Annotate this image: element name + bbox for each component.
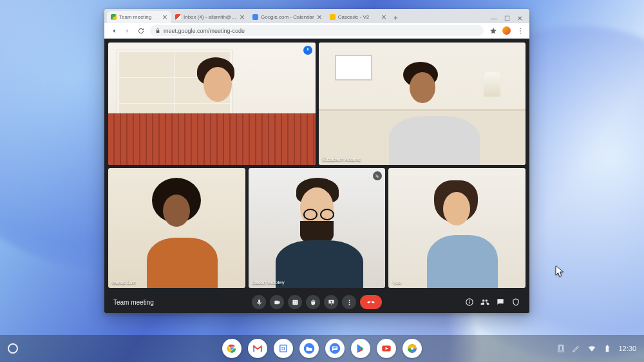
tab-label: Team meeting — [119, 14, 160, 20]
participant-name: You — [392, 280, 401, 285]
svg-rect-18 — [333, 347, 336, 348]
participant-tile[interactable]: Jaxon Wooley — [249, 168, 386, 288]
address-bar[interactable]: meet.google.com/meeting-code — [150, 25, 484, 36]
battery-icon — [603, 344, 612, 353]
close-icon[interactable] — [240, 15, 245, 20]
bookmark-button[interactable] — [489, 26, 497, 35]
stylus-icon[interactable] — [572, 344, 581, 353]
participant-name: Jaxon Wooley — [112, 157, 144, 162]
participant-name: Alexis Lim — [112, 280, 135, 285]
svg-point-21 — [411, 347, 413, 350]
shelf: 31 12:30 — [0, 335, 644, 362]
svg-rect-24 — [606, 346, 609, 352]
clock: 12:30 — [618, 345, 636, 352]
meet-app: Jaxon Wooley Elizabeth Adams Alexis Lim … — [104, 39, 529, 313]
app-play-store[interactable] — [351, 339, 370, 358]
svg-rect-8 — [469, 300, 469, 301]
launcher-button[interactable] — [8, 343, 18, 354]
calendar-favicon — [252, 14, 258, 20]
reload-button[interactable] — [137, 26, 145, 35]
svg-rect-22 — [558, 345, 564, 352]
tab-label: Inbox (4) - alismith@gmail.com — [184, 14, 237, 20]
app-gmail[interactable] — [248, 339, 267, 358]
url-text: meet.google.com/meeting-code — [164, 28, 245, 34]
activities-button[interactable] — [511, 298, 520, 307]
meeting-title: Team meeting — [113, 299, 154, 306]
lock-icon — [155, 28, 160, 33]
close-icon[interactable] — [162, 15, 167, 20]
leave-call-button[interactable] — [360, 295, 382, 309]
raise-hand-button[interactable] — [306, 295, 320, 309]
back-button[interactable] — [109, 26, 118, 35]
close-icon[interactable] — [381, 15, 386, 20]
svg-rect-19 — [333, 348, 336, 349]
new-tab-button[interactable]: ＋ — [390, 12, 402, 23]
tab-strip: Team meeting Inbox (4) - alismith@gmail.… — [104, 9, 529, 23]
app-youtube[interactable] — [377, 339, 396, 358]
app-photos[interactable] — [402, 339, 422, 358]
app-chrome[interactable] — [222, 339, 242, 358]
toolbar: meet.google.com/meeting-code — [104, 23, 529, 39]
participant-tile[interactable]: Jaxon Wooley — [108, 43, 316, 165]
more-options-button[interactable] — [342, 295, 356, 309]
doc-favicon — [330, 14, 336, 20]
minimize-button[interactable]: — — [491, 15, 497, 21]
svg-point-2 — [520, 32, 521, 33]
svg-point-4 — [348, 301, 350, 303]
present-button[interactable] — [324, 295, 338, 309]
chrome-menu-button[interactable] — [516, 26, 524, 35]
participant-tile[interactable]: Elizabeth Adams — [319, 43, 526, 165]
close-window-button[interactable]: ✕ — [516, 15, 523, 21]
app-files[interactable] — [299, 339, 319, 358]
svg-text:31: 31 — [281, 347, 285, 350]
tab-cascade[interactable]: Cascade - V2 — [326, 11, 390, 23]
svg-point-3 — [348, 300, 350, 301]
participant-name: Elizabeth Adams — [323, 157, 361, 162]
phone-hub-icon[interactable] — [556, 344, 565, 353]
participant-tile-self[interactable]: You — [388, 168, 526, 288]
tab-calendar[interactable]: Google.com - Calendar — [249, 11, 326, 23]
participant-tile[interactable]: Alexis Lim — [108, 168, 245, 288]
svg-rect-25 — [607, 345, 608, 346]
captions-button[interactable] — [288, 295, 302, 309]
status-tray[interactable]: 12:30 — [556, 344, 636, 353]
chat-button[interactable] — [496, 298, 505, 307]
app-messages[interactable] — [325, 339, 345, 358]
profile-avatar[interactable] — [502, 26, 511, 35]
forward-button[interactable] — [123, 26, 131, 35]
meeting-details-button[interactable] — [465, 298, 474, 307]
pinned-icon — [303, 46, 312, 55]
svg-point-1 — [520, 30, 521, 32]
app-calendar[interactable]: 31 — [274, 339, 293, 358]
tab-label: Google.com - Calendar — [261, 14, 314, 20]
camera-button[interactable] — [270, 295, 284, 309]
gmail-favicon — [175, 14, 181, 20]
meet-favicon — [111, 14, 117, 20]
tab-meet[interactable]: Team meeting — [107, 11, 171, 23]
mouse-cursor — [555, 265, 565, 278]
wifi-icon — [587, 344, 596, 353]
shelf-apps: 31 — [222, 339, 422, 358]
meet-controls: Team meeting — [108, 291, 526, 313]
window-controls: — ☐ ✕ — [491, 15, 527, 23]
participant-name: Jaxon Wooley — [252, 280, 285, 285]
mic-button[interactable] — [252, 295, 266, 309]
close-icon[interactable] — [317, 15, 322, 20]
people-button[interactable] — [480, 298, 489, 307]
tab-label: Cascade - V2 — [338, 14, 379, 20]
svg-rect-7 — [469, 301, 469, 304]
maximize-button[interactable]: ☐ — [504, 15, 510, 21]
svg-point-5 — [348, 303, 350, 305]
tab-gmail[interactable]: Inbox (4) - alismith@gmail.com — [171, 11, 249, 23]
svg-point-0 — [520, 28, 521, 29]
browser-window: Team meeting Inbox (4) - alismith@gmail.… — [104, 9, 529, 313]
svg-rect-23 — [560, 346, 563, 350]
